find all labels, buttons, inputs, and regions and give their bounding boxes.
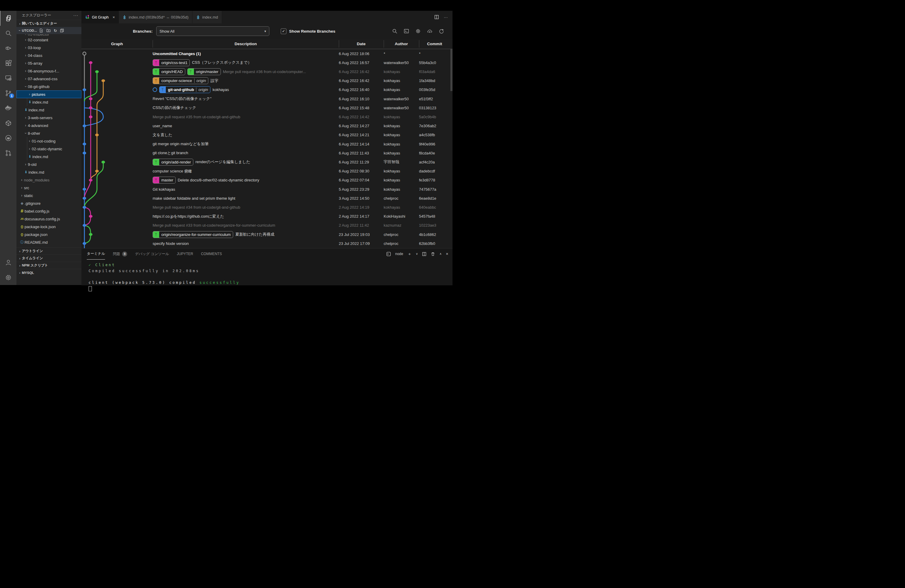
tree-item-pictures[interactable]: ›pictures [16,91,81,98]
commit-row[interactable]: Revert "CSSの節の画像チェック"6 Aug 2022 16:10wat… [81,94,452,103]
tree-item-docusaurus-config-js[interactable]: JSdocusaurus.config.js [16,215,81,223]
panel-tab-comments[interactable]: COMMENTS [201,248,222,259]
commit-row[interactable]: https://.co.jpをhttps://github.comに変えた2 A… [81,212,452,221]
split-editor-icon[interactable] [434,15,439,19]
branch-tag[interactable]: ᛘmaster [152,176,176,184]
collapse-all-icon[interactable] [60,29,64,33]
commit-row[interactable]: git cloneとgit branch6 Aug 2022 11:43kokh… [81,148,452,157]
tree-item-02-constant[interactable]: ›02-constant [16,36,81,44]
new-file-icon[interactable] [39,29,43,33]
maximize-panel-icon[interactable]: ∧ [439,253,441,255]
close-panel-icon[interactable]: × [446,252,448,256]
commit-row[interactable]: ᛘgit-and-githuboriginkokhayas6 Aug 2022 … [81,85,452,94]
terminal-output[interactable]: ✓ ClientCompiled successfully in 202.08m… [81,259,452,292]
sidebar-section-npm-[interactable]: ›NPM スクリプト [16,262,81,269]
extensions-icon[interactable] [0,56,16,71]
commit-row[interactable]: Uncommitted Changes (1)6 Aug 2022 18:06*… [81,49,452,58]
branch-tag[interactable]: ᛘorigin/reorganize-for-summer-curriculum [152,231,233,238]
trash-icon[interactable] [431,252,435,256]
commit-row[interactable]: git merge origin mainなどを加筆6 Aug 2022 14:… [81,140,452,148]
account-icon[interactable] [0,255,16,270]
commit-row[interactable]: computer science 俯瞰6 Aug 2022 08:30kokha… [81,167,452,176]
tree-item-node-modules[interactable]: ›node_modules [16,176,81,184]
tree-item-index-md[interactable]: ⬇index.md [16,106,81,114]
editor-more-icon[interactable]: ··· [444,15,448,19]
tree-item-src[interactable]: ›src [16,184,81,192]
graph-settings-icon[interactable] [415,29,421,34]
workspace-section[interactable]: › UTCOD... ↻ [16,27,81,34]
tree-item-4-advanced[interactable]: ›4-advanced [16,122,81,129]
close-tab-icon[interactable]: × [113,15,115,19]
pull-request-icon[interactable] [0,146,16,161]
commit-row[interactable]: Git kokhayas5 Aug 2022 23:29kokhayas7475… [81,185,452,194]
branch-tag[interactable]: ᛘorigin/add-render [152,159,193,165]
commit-row[interactable]: make sidebar foldable and set prism them… [81,194,452,203]
tree-item--gitignore[interactable]: ◆.gitignore [16,199,81,207]
shell-label[interactable]: node [395,252,403,256]
new-terminal-icon[interactable]: ＋ [407,252,411,256]
commit-row[interactable]: Merge pull request #34 from ut-code/git-… [81,203,452,212]
branch-tag[interactable]: ᛘgit-and-githuborigin [159,86,210,93]
search-icon[interactable] [0,26,16,41]
tree-item-9-old[interactable]: ›9-old [16,161,81,168]
commit-row[interactable]: ᛘorigin/add-renderrenderのページを編集しました6 Aug… [81,157,452,167]
refresh-icon[interactable] [439,29,444,34]
refresh-explorer-icon[interactable]: ↻ [54,29,57,33]
tab-index-md-diff[interactable]: index.md (003fe35d^ ↔ 003fe35d) [119,11,192,23]
tree-item-06-anonymous-f-[interactable]: ›06-anonymous-f... [16,67,81,75]
tree-item-05-array[interactable]: ›05-array [16,59,81,67]
branch-tag[interactable]: ᛘorigin/HEAD [152,68,185,75]
docker-icon[interactable] [0,100,16,116]
tree-item-index-md[interactable]: ⬇index.md [16,98,81,106]
terminal-dropdown-icon[interactable]: ∨ [416,253,418,255]
sidebar-section--[interactable]: ›タイムライン [16,254,81,262]
graph-terminal-icon[interactable] [404,29,409,34]
col-author[interactable]: Author [384,39,419,49]
run-debug-icon[interactable] [0,41,16,56]
show-remote-branches-checkbox[interactable]: ✓ [281,29,286,34]
commit-row[interactable]: user_name6 Aug 2022 14:27kokhayas7e306ab… [81,122,452,130]
panel-tab--[interactable]: 問題8 [113,248,127,259]
explorer-icon[interactable] [0,11,17,26]
branches-dropdown[interactable]: Show All ▾ [156,26,269,36]
col-commit[interactable]: Commit [419,39,450,49]
tab-git-graph[interactable]: Git Graph × [81,11,119,23]
tree-item-02-static-dynamic[interactable]: ›02-static-dynamic [16,145,81,153]
sidebar-section--[interactable]: ›アウトライン [16,247,81,254]
graph-search-icon[interactable] [392,29,397,34]
commit-row[interactable]: CSSの節の画像チェック6 Aug 2022 15:48waterwalker5… [81,103,452,112]
new-folder-icon[interactable] [46,29,51,33]
tree-item-readme-md[interactable]: ⓘREADME.md [16,238,81,246]
panel-tab--[interactable]: デバッグ コンソール [135,248,169,259]
commit-row[interactable]: specify Node version23 Jul 2022 17:09che… [81,239,452,248]
tree-item-index-md[interactable]: ⬇index.md [16,153,81,161]
tree-item-index-md[interactable]: ⬇index.md [16,168,81,176]
commit-row[interactable]: ᛘorigin/css-test1CSS（フレックスボックスまで）6 Aug 2… [81,58,452,67]
commit-row[interactable]: ᛘorigin/HEADᛘorigin/masterMerge pull req… [81,67,452,76]
col-date[interactable]: Date [339,39,384,49]
col-description[interactable]: Description [152,39,339,49]
commit-row[interactable]: Merge pull request #35 from ut-code/git-… [81,112,452,121]
branch-tag[interactable]: ᛘcomputer-scienceorigin [152,77,208,84]
split-terminal-icon[interactable] [422,252,427,256]
sidebar-section-mysql[interactable]: ›MYSQL [16,269,81,276]
commit-row[interactable]: ᛘorigin/reorganize-for-summer-curriculum… [81,230,452,239]
tree-item-03-loop[interactable]: ›03-loop [16,44,81,51]
panel-tab--[interactable]: ターミナル [87,248,105,259]
tree-item-04-class[interactable]: ›04-class [16,51,81,59]
tree-item-8-other[interactable]: ›8-other [16,129,81,137]
settings-gear-icon[interactable] [0,270,16,285]
github-icon[interactable] [0,130,16,146]
tree-item-08-git-github[interactable]: ›08-git-github [16,83,81,91]
cloud-download-icon[interactable] [427,29,432,34]
open-editors-section[interactable]: › 開いているエディター [16,20,81,27]
tree-item-07-advanced-css[interactable]: ›07-advanced-css [16,75,81,83]
panel-tab-jupyter[interactable]: JUPYTER [177,248,193,259]
tab-index-md[interactable]: index.md [192,11,222,23]
tree-item-package-lock-json[interactable]: {}package-lock.json [16,223,81,230]
explorer-more-icon[interactable]: ··· [73,13,78,17]
commit-row[interactable]: 文を直した6 Aug 2022 14:21kokhayasa4c538fb [81,130,452,140]
branch-tag[interactable]: ᛘorigin/master [187,68,221,75]
tree-item-babel-config-js[interactable]: Bbabel.config.js [16,207,81,215]
source-control-icon[interactable]: 1 [0,86,16,100]
